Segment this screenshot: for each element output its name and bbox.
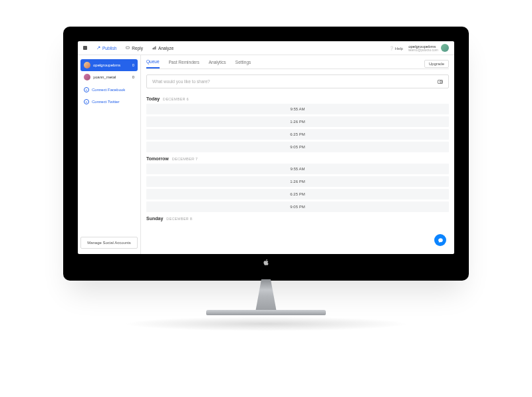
- email-label: team1@pdocto.com: [408, 49, 438, 52]
- monitor-stand: [243, 279, 289, 310]
- nav-reply[interactable]: Reply: [126, 46, 143, 51]
- help-link[interactable]: ❔ Help: [389, 46, 403, 51]
- apple-logo-icon: [78, 257, 454, 269]
- time-slot[interactable]: 6:25 PM: [146, 189, 449, 199]
- account-count: 0: [132, 75, 134, 79]
- monitor-shadow: [123, 317, 409, 331]
- time-slot[interactable]: 9:05 PM: [146, 201, 449, 212]
- time-slot[interactable]: 6:25 PM: [146, 129, 449, 140]
- manage-social-accounts-button[interactable]: Manage Social Accounts: [80, 237, 138, 249]
- top-nav: Publish Reply Analyze ❔ Help: [78, 41, 454, 55]
- plus-icon: +: [84, 99, 89, 104]
- avatar: [441, 44, 449, 52]
- day-header: TodayDECEMBER 6: [146, 96, 449, 101]
- time-slot[interactable]: 1:26 PM: [146, 176, 449, 187]
- user-menu[interactable]: opelgroupebms team1@pdocto.com: [408, 44, 449, 52]
- sidebar: opelgroupebms 0 yoann_metal 0 + Connect …: [78, 55, 141, 254]
- chat-fab[interactable]: [434, 234, 446, 246]
- sidebar-account-1[interactable]: yoann_metal 0: [80, 71, 138, 83]
- tab-queue[interactable]: Queue: [146, 59, 160, 68]
- tab-analytics[interactable]: Analytics: [209, 60, 226, 68]
- time-slot[interactable]: 9:55 AM: [146, 104, 449, 114]
- help-icon: ❔: [389, 47, 394, 51]
- nav-publish[interactable]: Publish: [96, 46, 116, 51]
- day-header: TomorrowDECEMBER 7: [146, 156, 449, 161]
- publish-icon: [96, 46, 100, 50]
- connect-facebook[interactable]: + Connect Facebook: [80, 84, 138, 95]
- schedule-list: TodayDECEMBER 6 9:55 AM 1:26 PM 6:25 PM …: [146, 92, 449, 254]
- time-slot[interactable]: 9:05 PM: [146, 142, 449, 152]
- tab-settings[interactable]: Settings: [235, 60, 251, 68]
- upgrade-button[interactable]: Upgrade: [424, 60, 449, 68]
- svg-rect-1: [153, 48, 154, 49]
- tab-past-reminders[interactable]: Past Reminders: [169, 60, 200, 68]
- analyze-icon: [152, 46, 156, 50]
- camera-icon[interactable]: [438, 80, 443, 84]
- monitor-frame: Publish Reply Analyze ❔ Help: [63, 27, 469, 281]
- app-logo-icon: [83, 46, 87, 50]
- composer-placeholder: What would you like to share?: [152, 79, 210, 84]
- main-panel: Queue Past Reminders Analytics Settings …: [141, 55, 454, 254]
- content-tabs: Queue Past Reminders Analytics Settings …: [146, 55, 449, 69]
- sidebar-account-0[interactable]: opelgroupebms 0: [80, 59, 138, 71]
- connect-twitter[interactable]: + Connect Twitter: [80, 96, 138, 107]
- plus-icon: +: [84, 87, 89, 92]
- time-slot[interactable]: 9:55 AM: [146, 164, 449, 174]
- account-count: 0: [132, 63, 134, 67]
- svg-rect-0: [126, 47, 130, 49]
- nav-analyze[interactable]: Analyze: [152, 46, 174, 51]
- app-screen: Publish Reply Analyze ❔ Help: [78, 41, 454, 254]
- account-avatar-icon: [84, 62, 90, 68]
- monitor-base: [206, 310, 326, 315]
- account-avatar-icon: [84, 74, 90, 80]
- composer[interactable]: What would you like to share?: [146, 74, 449, 88]
- reply-icon: [126, 46, 130, 50]
- svg-rect-2: [154, 47, 154, 50]
- chat-icon: [438, 237, 444, 243]
- day-header: SundayDECEMBER 8: [146, 216, 449, 221]
- time-slot[interactable]: 1:26 PM: [146, 116, 449, 127]
- svg-rect-3: [155, 47, 156, 50]
